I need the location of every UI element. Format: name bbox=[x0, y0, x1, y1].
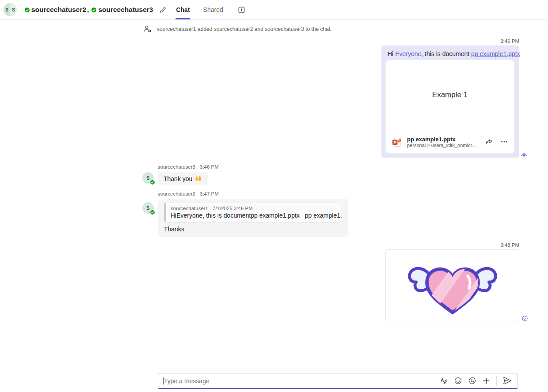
message-author: sourcechatuser2 bbox=[158, 191, 195, 196]
avatar-initial-right: S bbox=[10, 3, 17, 16]
slide-title: Example 1 bbox=[432, 90, 468, 99]
message-time: 3:46 PM bbox=[200, 164, 219, 170]
svg-text:P: P bbox=[394, 140, 397, 145]
quoted-time: 7/1/2025 3:46 PM bbox=[213, 206, 253, 211]
delivered-receipt-icon bbox=[522, 316, 528, 321]
quoted-attachment-name[interactable]: pp example1.pptx bbox=[305, 212, 342, 219]
presence-available-icon bbox=[25, 8, 30, 12]
file-name[interactable]: pp example1.pptx bbox=[407, 136, 479, 143]
attach-plus-icon[interactable] bbox=[481, 375, 492, 386]
received-message-bubble: sourcechatuser1 7/1/2025 3:46 PM HiEvery… bbox=[158, 199, 348, 237]
quoted-author: sourcechatuser1 bbox=[171, 206, 208, 211]
quote-body: sourcechatuser1 7/1/2025 3:46 PM HiEvery… bbox=[166, 203, 342, 222]
powerpoint-icon: P bbox=[391, 136, 403, 147]
message-timestamp: 3:48 PM bbox=[500, 242, 519, 248]
format-icon[interactable] bbox=[438, 375, 449, 386]
file-preview-card[interactable]: Example 1 P pp example1.pptx personal > … bbox=[386, 60, 514, 153]
tab-shared[interactable]: Shared bbox=[203, 0, 224, 19]
person-added-icon bbox=[144, 25, 152, 33]
send-icon[interactable] bbox=[501, 375, 513, 387]
avatar[interactable]: S bbox=[142, 202, 154, 214]
chat-avatar[interactable]: S S bbox=[4, 3, 17, 16]
tab-chat[interactable]: Chat bbox=[175, 0, 190, 19]
avatar-initial-left: S bbox=[4, 3, 10, 16]
message-timestamp: 3:46 PM bbox=[500, 38, 519, 44]
emoji-icon[interactable] bbox=[453, 375, 464, 386]
file-meta: pp example1.pptx personal > usera_xtltk_… bbox=[407, 136, 479, 148]
message-text: Thanks bbox=[164, 226, 342, 233]
message-text: Hi Everyone, this is document pp example… bbox=[381, 45, 519, 61]
file-link[interactable]: pp example1.pptx bbox=[471, 50, 520, 57]
heart-with-wings-sticker bbox=[395, 254, 510, 317]
message-text: Thank you bbox=[164, 175, 192, 182]
quoted-text: HiEveryone, this is documentpp example1.… bbox=[171, 212, 300, 219]
presence-available-icon bbox=[150, 210, 155, 215]
message-input[interactable] bbox=[164, 377, 438, 384]
message-time: 3:47 PM bbox=[200, 191, 219, 196]
message-header: sourcechatuser2 3:47 PM bbox=[158, 191, 219, 196]
mention-everyone[interactable]: Everyone bbox=[395, 50, 421, 57]
file-attachment-footer: P pp example1.pptx personal > usera_xtlt… bbox=[386, 130, 514, 153]
message-composer bbox=[158, 373, 518, 389]
share-icon[interactable] bbox=[483, 136, 495, 147]
participant-name: sourcechatuser3 bbox=[98, 6, 153, 14]
seen-receipt-icon bbox=[521, 152, 527, 158]
raising-hands-emoji bbox=[194, 175, 202, 182]
sticker-message[interactable] bbox=[385, 249, 519, 321]
quoted-message[interactable]: sourcechatuser1 7/1/2025 3:46 PM HiEvery… bbox=[164, 203, 342, 222]
file-location: personal > usera_xtltk_onmicrosoft... bbox=[407, 143, 479, 148]
chat-header: S S sourcechatuser2 , sourcechatuser3 Ch… bbox=[0, 0, 548, 20]
message-header: sourcechatuser3 3:46 PM bbox=[158, 164, 219, 170]
participant-separator: , bbox=[87, 6, 89, 14]
participant-name: sourcechatuser2 bbox=[31, 6, 86, 14]
system-event: sourcechatuser1 added sourcechatuser2 an… bbox=[144, 25, 332, 33]
toolbar-divider bbox=[496, 376, 497, 386]
chat-title[interactable]: sourcechatuser2 , sourcechatuser3 bbox=[25, 6, 153, 14]
more-options-icon[interactable] bbox=[499, 136, 510, 147]
add-tab-icon[interactable] bbox=[236, 4, 247, 15]
teams-chat-window: S S sourcechatuser2 , sourcechatuser3 Ch… bbox=[0, 0, 548, 392]
presence-available-icon bbox=[150, 180, 155, 185]
edit-chat-name-icon[interactable] bbox=[157, 4, 168, 15]
message-author: sourcechatuser3 bbox=[158, 164, 195, 170]
composer-toolbar bbox=[438, 375, 513, 387]
avatar[interactable]: S bbox=[142, 172, 154, 184]
chat-tabs: Chat Shared bbox=[175, 0, 247, 19]
presence-available-icon bbox=[91, 8, 96, 12]
sent-message-bubble: Hi Everyone, this is document pp example… bbox=[381, 45, 519, 158]
received-message-bubble: Thank you bbox=[158, 172, 208, 185]
slide-preview: Example 1 bbox=[386, 60, 514, 130]
system-event-text: sourcechatuser1 added sourcechatuser2 an… bbox=[157, 26, 332, 32]
text-cursor bbox=[163, 377, 164, 384]
loop-icon[interactable] bbox=[467, 375, 478, 386]
